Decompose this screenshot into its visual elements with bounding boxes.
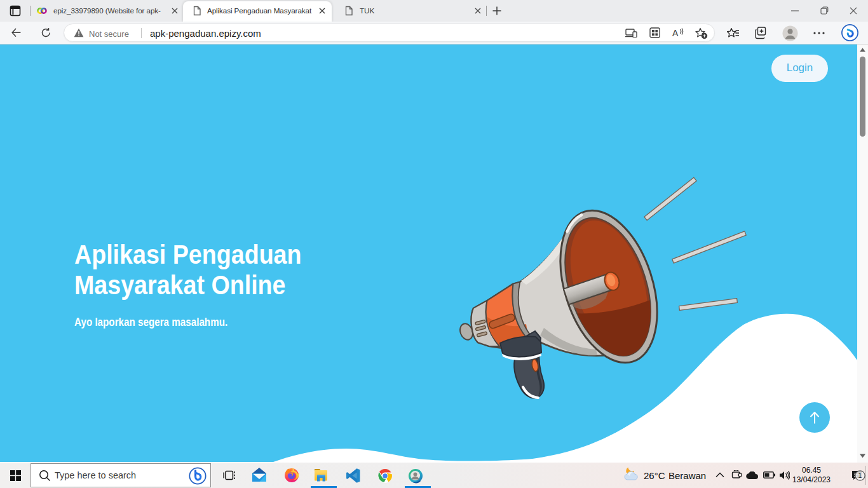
svg-text:1: 1 — [858, 471, 862, 479]
svg-text:A: A — [672, 28, 679, 38]
